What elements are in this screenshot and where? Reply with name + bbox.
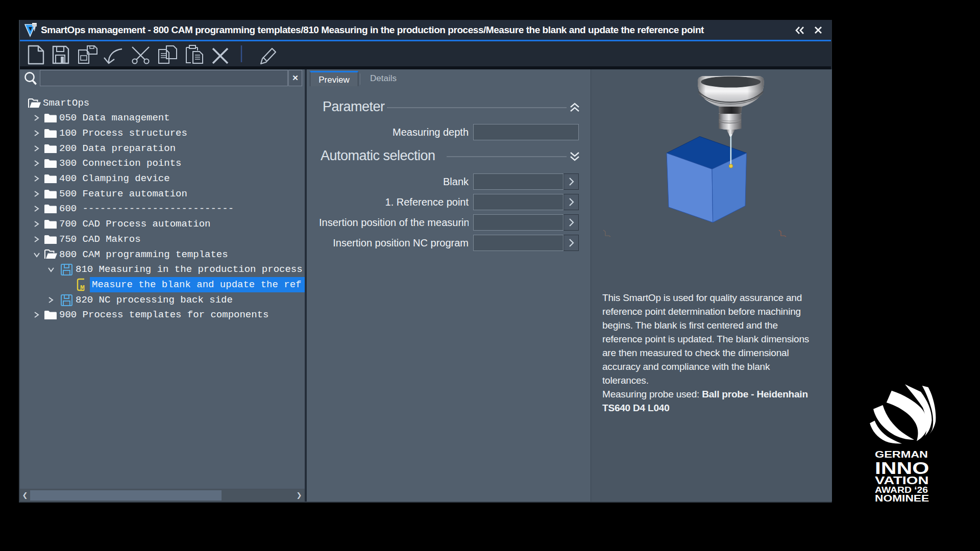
svg-text:M: M bbox=[80, 284, 85, 292]
